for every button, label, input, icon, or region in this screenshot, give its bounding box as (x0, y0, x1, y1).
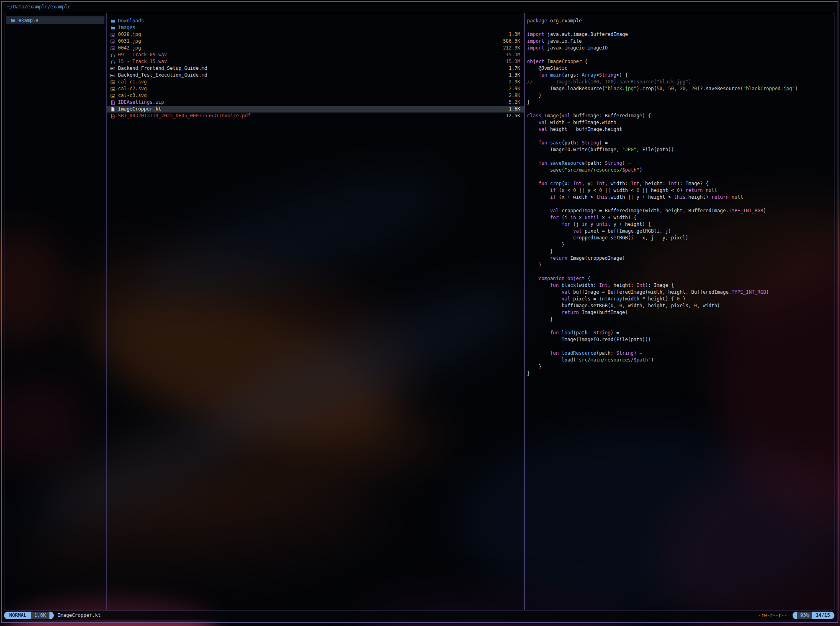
code-line: fun main(args: Array<String>) { (527, 72, 832, 79)
code-line: Image.loadResource("black.jpg").crop(50,… (527, 85, 832, 92)
pane-divider (524, 13, 525, 610)
file-row[interactable]: 0028.jpg 1.3M (107, 31, 524, 38)
folder-icon (110, 19, 115, 24)
mode-indicator: NORMAL (4, 612, 31, 619)
file-size: 1.6K (509, 106, 520, 113)
powerline-cap-icon (793, 612, 797, 619)
file-name: 0028.jpg (118, 31, 141, 38)
terminal-window: ~/Data/example/example example Downloads (1, 1, 838, 623)
file-permissions: -rw-r--r-- (758, 612, 787, 619)
file-size: 212.9K (503, 45, 520, 51)
code-line: fun black(width: Int, height: Int): Imag… (527, 282, 832, 289)
file-row[interactable]: Backend_Test_Execution_Guide.md 1.3K (107, 72, 524, 79)
file-name: Backend_Test_Execution_Guide.md (118, 72, 207, 79)
code-line (527, 133, 832, 140)
code-line: load("src/main/resources/$path") (527, 357, 832, 363)
file-row[interactable]: 0031.jpg 586.3K (107, 38, 524, 45)
archive-file-icon (110, 100, 115, 105)
file-row[interactable]: IDEAsettings.zip 5.2K (107, 99, 524, 106)
code-line: class Image(val buffImage: BufferedImage… (527, 113, 832, 119)
code-line: package org.example (527, 18, 832, 24)
file-name: ImageCropper.kt (118, 106, 161, 113)
file-row[interactable]: 0042.jpg 212.9K (107, 45, 524, 51)
markdown-file-icon (110, 73, 115, 78)
code-line: buffImage.setRGB(0, 0, width, height, pi… (527, 302, 832, 309)
file-row[interactable]: Backend_Frontend_Setup_Guide.md 1.7K (107, 65, 524, 72)
vector-image-icon (110, 87, 115, 91)
file-size: 5.2K (509, 99, 520, 106)
code-line: import javax.imageio.ImageIO (527, 45, 832, 51)
file-row[interactable]: 09 - Track 09.wav 15.3M (107, 51, 524, 58)
file-row[interactable]: SBI_0032013739_2023_DE05_0003155631Invoi… (107, 113, 524, 119)
status-right: -rw-r--r-- 93% 14/15 (758, 612, 834, 619)
code-line (527, 269, 832, 275)
folder-icon (110, 26, 115, 30)
file-name: SBI_0032013739_2023_DE05_0003155631Invoi… (118, 113, 250, 119)
code-line: } (527, 316, 832, 323)
file-name: 09 - Track 09.wav (118, 51, 167, 58)
file-row[interactable]: Images (107, 24, 524, 31)
file-row[interactable]: 15 - Track 15.wav 15.3M (107, 58, 524, 65)
file-name: 0042.jpg (118, 45, 141, 51)
file-size: 15.3M (506, 51, 520, 58)
file-name: 15 - Track 15.wav (118, 58, 167, 65)
powerline-cap-icon (49, 612, 54, 619)
code-line (527, 106, 832, 113)
code-line: @JvmStatic (527, 65, 832, 72)
code-line: if (x + width > this.width || y + height… (527, 194, 832, 201)
code-line: } (527, 92, 832, 99)
code-line (527, 174, 832, 180)
file-size: 586.3K (503, 38, 520, 45)
current-file-name: ImageCropper.kt (57, 612, 100, 619)
yazi-panes: example Downloads Images 0028.jpg 1.3M (4, 13, 834, 610)
code-preview: package org.example import java.awt.imag… (527, 18, 832, 377)
file-size: 2.9K (509, 85, 520, 92)
code-line: if (x < 0 || y < 0 || width < 0 || heigh… (527, 187, 832, 194)
code-line: val pixels = IntArray(width * height) { … (527, 296, 832, 302)
code-line: for (i in x until x + width) { (527, 214, 832, 221)
status-bar: NORMAL 1.6K ImageCropper.kt -rw-r--r-- 9… (4, 611, 834, 620)
code-line: val croppedImage = BufferedImage(width, … (527, 207, 832, 214)
code-line: } (527, 248, 832, 255)
file-row[interactable]: cal-c3.svg 2.9K (107, 92, 524, 99)
code-line: val width = buffImage.width (527, 119, 832, 126)
file-name: IDEAsettings.zip (118, 99, 164, 106)
file-row[interactable]: cal-c1.svg 2.9K (107, 79, 524, 85)
code-line: import java.io.File (527, 38, 832, 45)
file-size: 1.3K (509, 72, 520, 79)
code-line: import java.awt.image.BufferedImage (527, 31, 832, 38)
file-row-selected[interactable]: ImageCropper.kt 1.6K (107, 106, 524, 113)
file-name: Backend_Frontend_Setup_Guide.md (118, 65, 207, 72)
file-size: 1.7K (509, 65, 520, 72)
image-file-icon (110, 39, 115, 44)
status-left: NORMAL 1.6K ImageCropper.kt (4, 612, 101, 619)
code-line (527, 153, 832, 160)
scroll-percent: 93% (797, 612, 812, 619)
code-line: } (527, 241, 832, 248)
markdown-file-icon (110, 66, 115, 71)
file-name: Downloads (118, 18, 144, 24)
file-name: 0031.jpg (118, 38, 141, 45)
code-line: for (j in y until y + height) { (527, 221, 832, 228)
vector-image-icon (110, 93, 115, 98)
code-line: return Image(croppedImage) (527, 255, 832, 262)
file-row[interactable]: Downloads (107, 18, 524, 24)
code-line: fun load(path: String) = (527, 330, 832, 336)
cursor-position: 14/15 (812, 612, 834, 619)
code-line: return Image(buffImage) (527, 309, 832, 316)
code-line: companion object { (527, 275, 832, 282)
audio-file-icon (110, 59, 115, 64)
code-line: val pixel = buffImage.getRGB(i, j) (527, 228, 832, 235)
code-line: // Image.black(100, 100).saveResource("b… (527, 79, 832, 85)
code-line (527, 201, 832, 207)
file-name: cal-c3.svg (118, 92, 147, 99)
code-line: } (527, 370, 832, 377)
parent-dir-item-example[interactable]: example (6, 16, 104, 24)
file-row[interactable]: cal-c2.svg 2.9K (107, 85, 524, 92)
code-line (527, 323, 832, 330)
code-line: val buffImage = BufferedImage(width, hei… (527, 289, 832, 296)
code-line (527, 343, 832, 350)
code-line: object ImageCropper { (527, 58, 832, 65)
file-size: 2.9K (509, 92, 520, 99)
parent-dir-label: example (18, 17, 39, 24)
